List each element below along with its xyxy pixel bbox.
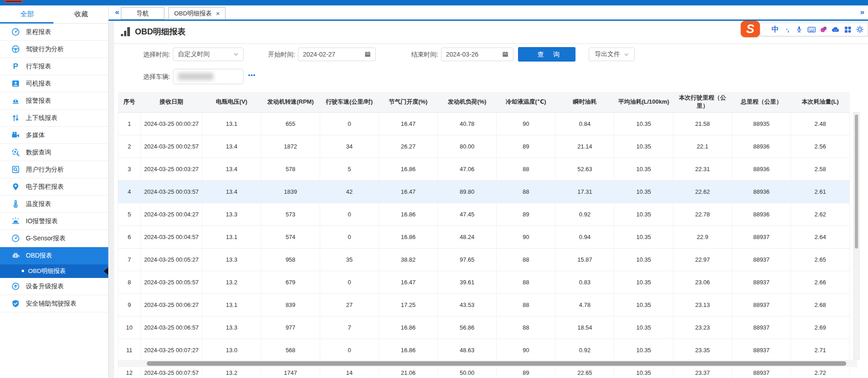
table-cell: 573 bbox=[261, 203, 320, 225]
sidebar-item-label: 行车报表 bbox=[26, 62, 51, 71]
sidebar-item-OBD明细报表[interactable]: OBD明细报表 bbox=[0, 264, 108, 278]
chevron-down-icon bbox=[624, 52, 629, 57]
table-cell: 13.3 bbox=[202, 203, 261, 225]
column-header: 本次行驶里程（公里） bbox=[673, 92, 732, 112]
time-type-label: 选择时间: bbox=[134, 48, 170, 61]
table-row[interactable]: 82024-03-25 00:05:5713.2679016.4739.6188… bbox=[118, 271, 850, 293]
query-button[interactable]: 查 询 bbox=[518, 47, 575, 62]
vehicle-select-input[interactable] bbox=[173, 69, 244, 84]
sidebar-item-上下线报表[interactable]: 上下线报表 bbox=[0, 110, 108, 127]
table-row[interactable]: 22024-03-25 00:02:5713.418723426.2780.00… bbox=[118, 135, 850, 158]
table-cell: 2024-03-25 00:04:27 bbox=[141, 203, 202, 225]
export-file-button[interactable]: 导出文件 bbox=[589, 48, 635, 61]
vertical-scrollbar[interactable] bbox=[854, 112, 859, 360]
table-row[interactable]: 102024-03-25 00:06:5713.3977716.8656.868… bbox=[118, 316, 850, 339]
sidebar-item-行车报表[interactable]: P行车报表 bbox=[0, 58, 108, 75]
collapse-right-icon[interactable]: » bbox=[860, 8, 864, 17]
table-cell: 88 bbox=[497, 293, 556, 316]
table-cell: 16.86 bbox=[379, 225, 438, 248]
table-row[interactable]: 112024-03-25 00:07:2713.0568016.8648.639… bbox=[118, 339, 850, 361]
table-cell: 21.14 bbox=[556, 135, 614, 158]
engine-icon bbox=[11, 251, 20, 260]
column-header: 发动机负荷(%) bbox=[438, 92, 497, 112]
tab-navigation[interactable]: 导航 bbox=[121, 7, 164, 19]
sidebar-item-label: 安全辅助驾驶报表 bbox=[26, 300, 77, 308]
column-header: 平均油耗(L/100km) bbox=[614, 92, 673, 112]
close-icon[interactable]: × bbox=[216, 10, 220, 17]
table-cell: 977 bbox=[261, 316, 320, 339]
sidebar-item-G-Sensor报表[interactable]: G-Sensor报表 bbox=[0, 230, 108, 247]
table-row[interactable]: 32024-03-25 00:03:2713.4578516.8647.0688… bbox=[118, 158, 850, 180]
sidebar-item-报警报表[interactable]: 报警报表 bbox=[0, 92, 108, 110]
cloud-icon[interactable] bbox=[831, 24, 841, 34]
sidebar-item-OBD报表[interactable]: OBD报表 bbox=[0, 247, 108, 264]
grid-icon[interactable] bbox=[843, 24, 853, 34]
more-vehicles-button[interactable]: ••• bbox=[248, 72, 256, 78]
table-cell: 13.4 bbox=[202, 158, 261, 180]
table-cell: 88936 bbox=[732, 180, 791, 203]
thermometer-icon bbox=[11, 200, 20, 209]
horizontal-scrollbar[interactable] bbox=[118, 360, 857, 367]
vertical-scrollbar-thumb[interactable] bbox=[855, 115, 858, 249]
sidebar-item-温度报表[interactable]: 温度报表 bbox=[0, 196, 108, 213]
table-cell: 2024-03-25 00:03:27 bbox=[141, 158, 202, 180]
table-body: 12024-03-25 00:00:2713.1655016.4740.7890… bbox=[118, 112, 850, 378]
table-cell: 10.35 bbox=[614, 271, 673, 293]
punctuation-icon[interactable]: ·, bbox=[782, 24, 792, 34]
table-row[interactable]: 42024-03-25 00:03:5713.418394216.4789.80… bbox=[118, 180, 850, 203]
sidebar-item-多媒体[interactable]: 多媒体 bbox=[0, 127, 108, 144]
table-row[interactable]: 52024-03-25 00:04:2713.3573016.8647.4589… bbox=[118, 203, 850, 225]
table-cell: 16.86 bbox=[379, 158, 438, 180]
sidebar-item-label: OBD明细报表 bbox=[28, 267, 66, 275]
table-cell: 80.00 bbox=[438, 135, 497, 158]
table-cell: 35 bbox=[320, 248, 379, 271]
table-cell: 26.27 bbox=[379, 135, 438, 158]
table-row[interactable]: 62024-03-25 00:04:5713.1574016.8648.2490… bbox=[118, 225, 850, 248]
collapse-left-icon[interactable]: « bbox=[115, 8, 119, 17]
table-cell: 6 bbox=[118, 225, 141, 248]
io-alarm-icon bbox=[11, 217, 20, 226]
sidebar-tab-all[interactable]: 全部 bbox=[0, 5, 54, 23]
table-cell: 23.23 bbox=[673, 316, 732, 339]
keyboard-icon[interactable] bbox=[806, 24, 816, 34]
table-cell: 16.86 bbox=[379, 203, 438, 225]
shield-check-icon bbox=[11, 299, 20, 308]
table-cell: 90 bbox=[497, 339, 556, 361]
sidebar-item-安全辅助驾驶报表[interactable]: 安全辅助驾驶报表 bbox=[0, 295, 108, 312]
gear-icon[interactable] bbox=[855, 24, 865, 34]
table-row[interactable]: 12024-03-25 00:00:2713.1655016.4740.7890… bbox=[118, 112, 850, 135]
sogou-logo-icon[interactable]: S bbox=[741, 21, 760, 37]
table-cell: 5 bbox=[320, 158, 379, 180]
table-row[interactable]: 92024-03-25 00:06:2713.18392717.2543.538… bbox=[118, 293, 850, 316]
table-cell: 10.35 bbox=[614, 135, 673, 158]
obd-table: 序号接收日期电瓶电压(V)发动机转速(RPM)行驶车速(公里/时)节气门开度(%… bbox=[118, 92, 854, 378]
sidebar-item-电子围栏报表[interactable]: 电子围栏报表 bbox=[0, 178, 108, 196]
skin-icon[interactable] bbox=[819, 24, 829, 34]
mic-icon[interactable] bbox=[794, 24, 804, 34]
table-cell: 2024-03-25 00:06:57 bbox=[141, 316, 202, 339]
table-cell: 16.86 bbox=[379, 316, 438, 339]
tab-obd-detail-report[interactable]: OBD明细报表 × bbox=[168, 7, 225, 19]
sidebar-item-驾驶行为分析[interactable]: 驾驶行为分析 bbox=[0, 41, 108, 58]
column-header: 总里程（公里） bbox=[732, 92, 791, 112]
ime-mode-chinese[interactable]: 中 bbox=[770, 24, 780, 34]
start-date-input[interactable]: 2024-02-27 bbox=[298, 48, 376, 61]
end-date-input[interactable]: 2024-03-26 bbox=[441, 48, 513, 61]
sidebar-item-司机报表[interactable]: 司机报表 bbox=[0, 75, 108, 92]
horizontal-scrollbar-thumb[interactable] bbox=[147, 361, 846, 366]
table-cell: 89 bbox=[497, 135, 556, 158]
sidebar-item-设备升级报表[interactable]: 设备升级报表 bbox=[0, 278, 108, 295]
sidebar-item-里程报表[interactable]: 里程报表 bbox=[0, 24, 108, 41]
sidebar-item-用户行为分析[interactable]: 用户行为分析 bbox=[0, 161, 108, 178]
table-cell: 11 bbox=[118, 339, 141, 361]
table-row[interactable]: 72024-03-25 00:05:2713.39583538.8297.658… bbox=[118, 248, 850, 271]
redacted-logo bbox=[5, 0, 23, 3]
gauge-icon bbox=[11, 234, 20, 243]
table-cell: 48.24 bbox=[438, 225, 497, 248]
sidebar-item-IO报警报表[interactable]: IO报警报表 bbox=[0, 213, 108, 230]
sidebar-item-数据查询[interactable]: 数据查询 bbox=[0, 144, 108, 161]
table-cell: 0.94 bbox=[556, 225, 614, 248]
time-type-select[interactable]: 自定义时间 bbox=[173, 48, 244, 61]
column-header: 行驶车速(公里/时) bbox=[320, 92, 379, 112]
sidebar-tab-favorites[interactable]: 收藏 bbox=[54, 5, 109, 23]
